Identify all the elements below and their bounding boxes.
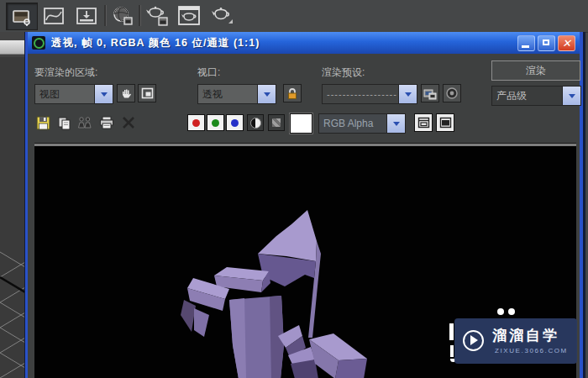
edit-region-button[interactable] xyxy=(117,84,135,102)
ui-overlays-icon xyxy=(417,117,430,129)
minimize-icon xyxy=(522,45,529,48)
material-editor-button[interactable] xyxy=(108,3,137,29)
dropdown-arrow-icon[interactable] xyxy=(94,85,113,103)
green-channel-button[interactable] xyxy=(207,114,224,131)
copy-icon xyxy=(57,116,71,130)
maximize-icon xyxy=(543,39,549,45)
dropdown-arrow-icon[interactable] xyxy=(386,114,405,133)
save-icon xyxy=(36,116,50,130)
print-image-button[interactable] xyxy=(98,114,115,131)
monochrome-button[interactable] xyxy=(247,114,264,131)
layer-manager-button[interactable] xyxy=(71,3,102,29)
maximize-button[interactable] xyxy=(538,35,555,51)
curve-editor-icon xyxy=(43,6,65,26)
clear-button[interactable] xyxy=(120,114,137,131)
close-icon: ✕ xyxy=(559,36,575,50)
watermark-brand: 溜溜自学 xyxy=(492,326,559,345)
printer-icon xyxy=(99,116,114,129)
control-panel: 要渲染的区域: 视口: 渲染预设: 视图 xyxy=(28,54,580,143)
region-window-icon xyxy=(141,87,154,99)
render-setup-dialog-button[interactable] xyxy=(421,84,439,102)
white-glyph-fragment xyxy=(450,345,454,357)
environment-effects-button[interactable] xyxy=(443,84,461,102)
clear-x-icon xyxy=(122,116,135,129)
clone-figures-icon xyxy=(77,116,92,129)
blue-channel-button[interactable] xyxy=(226,114,244,131)
channel-display-value: RGB Alpha xyxy=(319,114,386,133)
area-to-render-value: 视图 xyxy=(35,85,94,103)
rendered-frame-window-icon xyxy=(177,5,201,27)
viewport-grid xyxy=(0,57,25,378)
auto-region-button[interactable] xyxy=(138,84,156,102)
watermark-site: zixue.3066.com xyxy=(495,347,568,354)
render-setup-icon xyxy=(145,5,169,27)
alpha-checker-icon xyxy=(272,118,281,127)
area-to-render-label: 要渲染的区域: xyxy=(34,66,97,80)
rendered-frame-window-button[interactable] xyxy=(174,3,204,29)
monochrome-icon xyxy=(250,118,261,129)
curve-editor-button[interactable] xyxy=(39,3,69,29)
close-button[interactable]: ✕ xyxy=(558,35,575,51)
ui-window-icon xyxy=(439,117,452,129)
render-setup-dialog-icon xyxy=(423,87,437,100)
background-toolbar-band xyxy=(0,40,25,55)
dropdown-arrow-icon[interactable] xyxy=(398,85,417,103)
watermark: 溜溜自学 zixue.3066.com xyxy=(454,318,577,364)
rendered-frame-window: 透视, 帧 0, RGBA 颜色 16 位/通道 (1:1) ✕ 要渲染的区域:… xyxy=(25,32,583,378)
toggle-ui-button[interactable] xyxy=(436,113,454,132)
window-title: 透视, 帧 0, RGBA 颜色 16 位/通道 (1:1) xyxy=(51,36,515,50)
render-image-area: 溜溜自学 zixue.3066.com xyxy=(34,143,576,378)
area-to-render-dropdown[interactable]: 视图 xyxy=(34,84,113,104)
minimize-button[interactable] xyxy=(517,35,535,51)
copy-image-button[interactable] xyxy=(55,114,72,131)
blue-channel-icon xyxy=(231,119,239,127)
lock-viewport-button[interactable] xyxy=(283,84,302,102)
alpha-channel-button[interactable] xyxy=(268,114,285,131)
red-channel-button[interactable] xyxy=(187,114,205,131)
window-logo-icon xyxy=(32,36,45,50)
render-mode-dropdown[interactable]: 产品级 xyxy=(491,86,581,106)
background-color-swatch[interactable] xyxy=(290,113,312,134)
render-production-icon xyxy=(210,5,234,27)
lock-icon xyxy=(286,87,299,100)
toolbar-separator xyxy=(139,5,141,26)
white-dot xyxy=(497,308,504,315)
white-glyph-fragment xyxy=(449,323,454,340)
viewport-label: 视口: xyxy=(197,66,220,80)
green-channel-icon xyxy=(212,119,219,127)
toggle-ui-overlays-button[interactable] xyxy=(414,113,433,132)
background-viewport-sliver xyxy=(0,32,25,378)
render-production-button[interactable] xyxy=(207,3,237,29)
red-channel-icon xyxy=(192,119,200,127)
screen: 透视, 帧 0, RGBA 颜色 16 位/通道 (1:1) ✕ 要渲染的区域:… xyxy=(0,0,588,378)
dropdown-arrow-icon[interactable] xyxy=(562,87,580,105)
play-icon xyxy=(463,330,484,351)
snapshot-flyout-button[interactable] xyxy=(6,3,38,30)
channel-display-dropdown[interactable]: RGB Alpha xyxy=(318,113,406,134)
main-toolbar xyxy=(0,0,588,33)
titlebar[interactable]: 透视, 帧 0, RGBA 颜色 16 位/通道 (1:1) ✕ xyxy=(28,32,580,54)
save-image-button[interactable] xyxy=(34,114,51,131)
render-mode-value: 产品级 xyxy=(492,87,562,105)
white-dot xyxy=(508,308,515,315)
toolbar-separator xyxy=(104,5,107,26)
hand-icon xyxy=(120,87,133,100)
dropdown-arrow-icon[interactable] xyxy=(257,85,276,103)
render-setup-button[interactable] xyxy=(142,3,172,29)
render-preset-value: ------------------ xyxy=(323,85,398,103)
snapshot-icon xyxy=(11,7,33,27)
viewport-dropdown[interactable]: 透视 xyxy=(197,84,276,104)
viewport-background xyxy=(0,57,25,378)
material-editor-icon xyxy=(112,5,134,27)
clone-window-button[interactable] xyxy=(76,114,93,131)
render-preset-label: 渲染预设: xyxy=(322,66,365,80)
viewport-value: 透视 xyxy=(198,85,257,103)
sphere-ring-icon xyxy=(445,87,459,100)
render-button[interactable]: 渲染 xyxy=(491,60,580,81)
layer-manager-icon xyxy=(76,6,97,26)
render-preset-dropdown[interactable]: ------------------ xyxy=(322,84,417,104)
